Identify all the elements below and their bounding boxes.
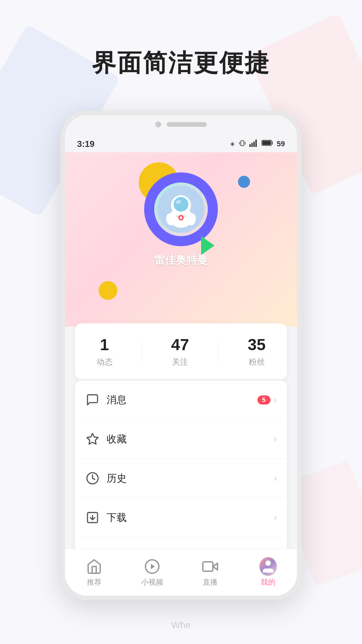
home-nav-icon <box>85 558 103 575</box>
battery-icon <box>261 139 274 149</box>
page-title: 界面简洁更便捷 <box>0 47 362 79</box>
phone-top-bar <box>155 121 207 127</box>
svg-rect-29 <box>203 562 213 571</box>
bluetooth-icon: ∗ <box>230 140 235 148</box>
menu-arrow-message: › <box>274 394 277 405</box>
nav-item-video[interactable]: 小视频 <box>123 558 181 587</box>
deco-green-triangle <box>201 236 215 255</box>
svg-point-18 <box>180 216 182 219</box>
deco-blue <box>238 176 250 188</box>
video-nav-icon <box>143 558 161 575</box>
avatar-image <box>154 182 208 236</box>
live-nav-icon <box>201 558 219 575</box>
menu-text-download: 下载 <box>107 511 274 525</box>
stat-posts-number: 1 <box>100 335 109 354</box>
signal-icon <box>249 140 258 149</box>
stat-posts-label: 动态 <box>97 357 113 367</box>
watermark-text: Whe <box>171 620 191 631</box>
svg-rect-8 <box>262 141 271 145</box>
stat-fans-label: 粉丝 <box>249 357 265 367</box>
message-icon <box>85 392 100 407</box>
nav-item-mine[interactable]: 我的 <box>239 558 297 587</box>
stat-following[interactable]: 47 关注 <box>171 335 189 367</box>
profile-section: 雷佳奥特曼 <box>65 152 297 327</box>
deco-yellow-small <box>99 281 117 300</box>
menu-arrow-favorite: › <box>274 434 277 444</box>
stat-fans[interactable]: 35 粉丝 <box>248 335 265 367</box>
stat-posts[interactable]: 1 动态 <box>97 335 113 367</box>
phone-screen: 3:19 ∗ <box>65 115 297 596</box>
svg-marker-3 <box>249 144 251 147</box>
menu-text-history: 历史 <box>107 472 274 485</box>
stat-divider-2 <box>218 341 219 362</box>
status-icons: ∗ <box>230 139 285 149</box>
stat-divider-1 <box>142 341 142 362</box>
mine-avatar-icon <box>259 557 277 576</box>
nav-label-video: 小视频 <box>141 577 163 587</box>
menu-item-history[interactable]: 历史 › <box>75 459 287 498</box>
svg-point-12 <box>174 197 188 212</box>
menu-text-favorite: 收藏 <box>107 432 274 446</box>
menu-arrow-download: › <box>274 512 277 523</box>
bottom-nav: 推荐 小视频 直播 <box>65 549 297 596</box>
stat-following-label: 关注 <box>172 357 188 367</box>
vibrate-icon <box>239 140 246 149</box>
svg-marker-5 <box>253 142 255 147</box>
nav-label-mine: 我的 <box>261 577 276 587</box>
phone-mockup: 3:19 ∗ <box>60 111 302 600</box>
status-time: 3:19 <box>77 139 95 149</box>
stat-following-number: 47 <box>171 335 189 354</box>
menu-item-message[interactable]: 消息 5 › <box>75 380 287 420</box>
stat-fans-number: 35 <box>248 335 265 354</box>
download-icon <box>85 510 100 525</box>
menu-item-favorite[interactable]: 收藏 › <box>75 420 287 459</box>
nav-item-home[interactable]: 推荐 <box>65 558 123 587</box>
avatar[interactable] <box>144 172 218 246</box>
message-badge: 5 <box>257 395 270 405</box>
phone-speaker <box>167 122 207 127</box>
status-bar: 3:19 ∗ <box>65 136 297 152</box>
mine-nav-icon <box>259 558 277 575</box>
menu-item-download[interactable]: 下载 › <box>75 498 287 537</box>
nav-label-live: 直播 <box>203 577 218 587</box>
battery-number: 59 <box>277 140 285 148</box>
username-label: 雷佳奥特曼 <box>154 253 208 268</box>
svg-marker-27 <box>151 564 155 569</box>
menu-arrow-history: › <box>274 473 277 484</box>
svg-marker-19 <box>87 433 98 444</box>
star-icon <box>85 432 100 446</box>
phone-camera <box>155 121 161 127</box>
svg-rect-0 <box>241 141 244 146</box>
nav-item-live[interactable]: 直播 <box>181 558 239 587</box>
nav-label-home: 推荐 <box>87 577 102 587</box>
stats-card: 1 动态 47 关注 35 粉丝 <box>75 323 287 379</box>
svg-marker-4 <box>251 143 253 147</box>
svg-point-30 <box>265 560 271 566</box>
clock-icon <box>85 471 100 486</box>
svg-marker-6 <box>255 140 257 147</box>
svg-marker-28 <box>213 563 218 570</box>
menu-text-message: 消息 <box>107 393 257 407</box>
